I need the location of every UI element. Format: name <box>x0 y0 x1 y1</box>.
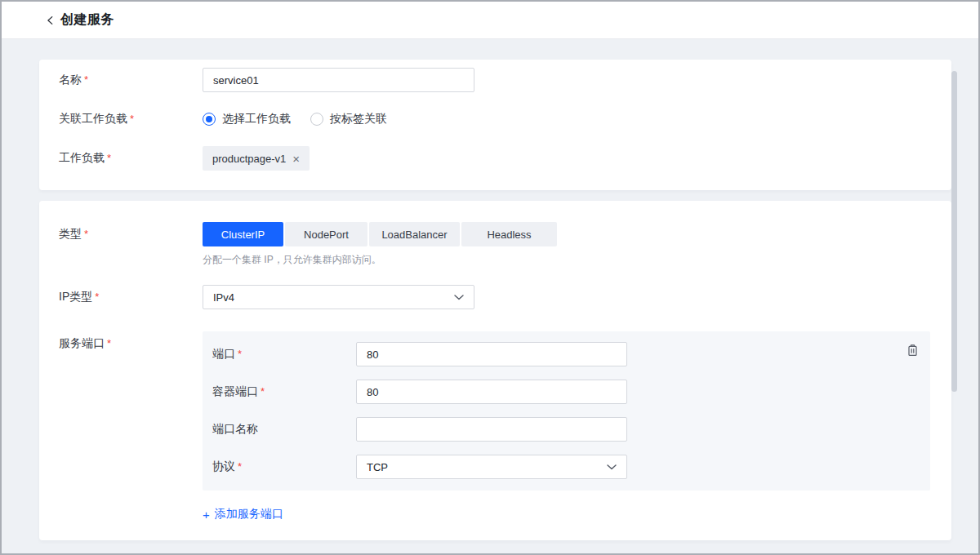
required-marker: * <box>261 385 265 397</box>
panel-row-port-name: 端口名称 <box>212 417 930 442</box>
chevron-down-icon <box>454 295 464 300</box>
type-button-clusterip[interactable]: ClusterIP <box>203 222 283 246</box>
required-marker: * <box>107 152 111 164</box>
radio-unselected-icon <box>310 113 323 126</box>
add-port-button[interactable]: + 添加服务端口 <box>203 507 283 522</box>
add-port-spacer <box>59 507 203 522</box>
form-row-name: 名称* <box>59 68 932 92</box>
service-ports-label: 服务端口* <box>59 336 203 351</box>
ip-type-value: IPv4 <box>213 291 234 304</box>
service-port-panel: 端口* 容器端口* 端口名称 <box>203 331 930 491</box>
required-marker: * <box>130 113 134 125</box>
ip-type-label: IP类型* <box>59 290 203 304</box>
radio-select-workload-label: 选择工作负载 <box>222 112 291 127</box>
create-service-page: 创建服务 名称* 关联工作负载* 选择工作负载 按标签关联 <box>0 0 980 555</box>
delete-port-button[interactable] <box>905 343 920 357</box>
workload-association-label: 关联工作负载* <box>59 112 203 127</box>
service-ports-label-text: 服务端口 <box>59 336 105 349</box>
required-marker: * <box>238 460 242 473</box>
trash-icon <box>906 344 919 357</box>
type-help-text: 分配一个集群 IP，只允许集群内部访问。 <box>203 253 559 267</box>
add-port-label: 添加服务端口 <box>215 507 283 522</box>
protocol-value: TCP <box>367 461 388 473</box>
workload-tag: productpage-v1 × <box>203 146 310 171</box>
panel-row-container-port: 容器端口* <box>212 380 930 404</box>
add-port-row: + 添加服务端口 <box>59 507 932 522</box>
name-label-text: 名称 <box>59 73 82 86</box>
required-marker: * <box>84 228 88 240</box>
type-button-loadbalancer[interactable]: LoadBalancer <box>369 222 460 246</box>
port-input[interactable] <box>356 342 627 366</box>
form-row-workload: 工作负载* productpage-v1 × <box>59 146 932 171</box>
radio-selected-icon <box>203 113 216 126</box>
container-port-input[interactable] <box>356 380 627 404</box>
form-row-type: 类型* ClusterIP NodePort LoadBalancer Head… <box>59 222 932 267</box>
type-button-group: ClusterIP NodePort LoadBalancer Headless <box>203 222 559 246</box>
workload-label: 工作负载* <box>59 151 203 166</box>
required-marker: * <box>95 291 99 303</box>
required-marker: * <box>107 337 111 349</box>
page-title: 创建服务 <box>60 11 114 29</box>
remove-workload-icon[interactable]: × <box>292 153 300 165</box>
workload-tag-text: productpage-v1 <box>212 153 286 165</box>
workload-label-text: 工作负载 <box>59 151 105 164</box>
type-button-headless[interactable]: Headless <box>461 222 557 246</box>
workload-association-label-text: 关联工作负载 <box>59 112 127 125</box>
name-input[interactable] <box>203 68 474 92</box>
port-name-input[interactable] <box>356 417 627 442</box>
container-port-label-text: 容器端口 <box>212 384 258 397</box>
radio-select-workload[interactable]: 选择工作负载 <box>203 112 291 127</box>
form-row-workload-association: 关联工作负载* 选择工作负载 按标签关联 <box>59 112 932 127</box>
page-header: 创建服务 <box>2 2 978 39</box>
protocol-label: 协议* <box>212 460 356 474</box>
service-spec-card: 类型* ClusterIP NodePort LoadBalancer Head… <box>39 201 951 540</box>
chevron-left-icon <box>45 15 56 26</box>
type-label: 类型* <box>59 227 203 242</box>
protocol-select[interactable]: TCP <box>356 455 627 479</box>
required-marker: * <box>84 73 88 86</box>
form-row-service-ports: 服务端口* 端口* 容器端口* 端口名称 <box>59 331 932 491</box>
container-port-label: 容器端口* <box>212 384 356 399</box>
panel-row-port: 端口* <box>212 342 930 366</box>
port-name-label: 端口名称 <box>212 422 356 437</box>
radio-label-association[interactable]: 按标签关联 <box>310 112 387 127</box>
workload-association-radio-group: 选择工作负载 按标签关联 <box>203 112 387 127</box>
name-label: 名称* <box>59 73 203 87</box>
type-button-nodeport[interactable]: NodePort <box>285 222 368 246</box>
protocol-label-text: 协议 <box>212 460 235 473</box>
required-marker: * <box>238 348 242 360</box>
type-label-text: 类型 <box>59 227 82 240</box>
back-button[interactable] <box>42 12 59 29</box>
ip-type-label-text: IP类型 <box>59 290 92 303</box>
basic-info-card: 名称* 关联工作负载* 选择工作负载 按标签关联 工作负载* <box>39 60 951 190</box>
port-name-label-text: 端口名称 <box>212 422 258 435</box>
port-label-text: 端口 <box>212 347 235 360</box>
scrollbar-thumb[interactable] <box>951 71 957 392</box>
form-row-ip-type: IP类型* IPv4 <box>59 285 932 309</box>
type-control: ClusterIP NodePort LoadBalancer Headless… <box>203 222 559 267</box>
radio-label-association-label: 按标签关联 <box>330 112 387 127</box>
panel-row-protocol: 协议* TCP <box>212 455 930 479</box>
ip-type-select[interactable]: IPv4 <box>203 285 474 309</box>
port-label: 端口* <box>212 347 356 362</box>
chevron-down-icon <box>607 464 617 470</box>
plus-icon: + <box>203 508 210 521</box>
